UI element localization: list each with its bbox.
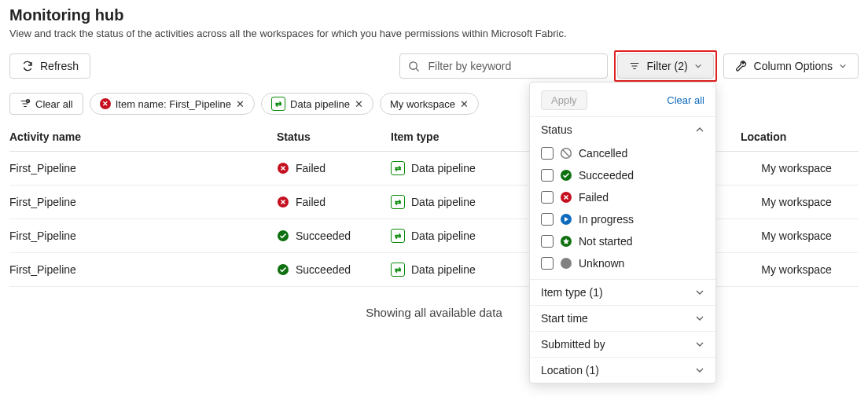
close-icon[interactable]: ✕ — [236, 98, 245, 110]
cell-location: My workspace — [741, 185, 859, 219]
clear-all-chip[interactable]: Clear all — [9, 93, 83, 115]
filter-option-label: Not started — [579, 235, 632, 248]
activities-table: Activity name Status Item type Start Loc… — [9, 123, 859, 287]
filter-option-label: Unknown — [579, 257, 624, 270]
filter-section-itemtype[interactable]: Item type (1) — [530, 280, 715, 305]
filter-section-starttime[interactable]: Start time — [530, 306, 715, 331]
unknown-icon — [560, 257, 572, 270]
cell-location: My workspace — [741, 219, 859, 253]
close-icon[interactable]: ✕ — [460, 98, 469, 110]
filter-section-status[interactable]: Status — [530, 117, 715, 142]
succeeded-icon — [277, 230, 289, 242]
cell-location: My workspace — [741, 152, 859, 185]
cell-itemtype: ⇄Data pipeline — [391, 229, 526, 243]
filter-option-label: In progress — [579, 213, 634, 226]
footer-message: Showing all available data — [9, 287, 859, 338]
filter-button[interactable]: Filter (2) — [617, 53, 713, 79]
checkbox[interactable] — [541, 191, 554, 204]
col-header-status[interactable]: Status — [277, 123, 391, 152]
filter-apply-button[interactable]: Apply — [541, 90, 587, 110]
failed-icon — [277, 196, 289, 208]
filter-option-inprogress[interactable]: In progress — [541, 208, 704, 230]
filter-option-unknown[interactable]: Unknown — [541, 252, 704, 274]
notstarted-icon — [560, 235, 572, 248]
filter-section-itemtype-title: Item type (1) — [541, 286, 603, 299]
data-pipeline-icon: ⇄ — [391, 229, 405, 243]
cell-activity: First_Pipeline — [9, 185, 277, 219]
filter-panel: Apply Clear all Status CancelledSucceede… — [529, 82, 716, 344]
refresh-icon — [21, 60, 34, 72]
clear-filter-icon — [20, 98, 31, 109]
data-pipeline-icon: ⇄ — [271, 97, 285, 111]
filter-chip[interactable]: My workspace✕ — [380, 93, 479, 115]
svg-point-0 — [410, 61, 417, 68]
succeeded-icon — [560, 169, 572, 182]
filter-option-cancelled[interactable]: Cancelled — [541, 142, 704, 164]
filter-option-label: Failed — [579, 191, 609, 204]
filter-section-status-title: Status — [541, 123, 572, 136]
cell-activity: First_Pipeline — [9, 253, 277, 287]
wrench-icon — [735, 60, 748, 72]
filter-clear-all-link[interactable]: Clear all — [667, 94, 704, 106]
table-row[interactable]: First_PipelineFailed⇄Data pipeline3:40 P… — [9, 152, 859, 185]
col-header-activity[interactable]: Activity name — [9, 123, 277, 152]
chevron-down-icon — [695, 314, 704, 323]
checkbox[interactable] — [541, 257, 554, 270]
failed-icon — [277, 162, 289, 174]
col-header-itemtype[interactable]: Item type — [391, 123, 532, 152]
close-icon[interactable]: ✕ — [355, 98, 363, 110]
checkbox[interactable] — [541, 147, 554, 160]
checkbox[interactable] — [541, 169, 554, 182]
cell-status: Failed — [277, 162, 384, 174]
search-icon — [408, 61, 420, 72]
search-input[interactable] — [426, 59, 599, 73]
cell-activity: First_Pipeline — [9, 152, 277, 185]
cell-activity: First_Pipeline — [9, 219, 277, 253]
chevron-down-icon — [839, 62, 847, 70]
cell-itemtype: ⇄Data pipeline — [391, 161, 526, 175]
filter-option-succeeded[interactable]: Succeeded — [541, 164, 704, 186]
page-title: Monitoring hub — [9, 6, 859, 24]
cell-location: My workspace — [741, 253, 859, 287]
cell-status: Failed — [277, 196, 384, 208]
chip-label: Item name: First_Pipeline — [116, 98, 231, 110]
chip-label: Data pipeline — [290, 98, 350, 110]
toolbar: Refresh Filter (2) Column Options — [9, 50, 859, 82]
data-pipeline-icon: ⇄ — [391, 263, 405, 277]
filter-label: Filter (2) — [646, 60, 687, 72]
x-red-icon: ✕ — [100, 98, 111, 109]
succeeded-icon — [277, 263, 289, 276]
refresh-label: Refresh — [40, 60, 79, 72]
col-header-location[interactable]: Location — [741, 123, 859, 152]
filter-option-label: Cancelled — [579, 147, 627, 160]
table-row[interactable]: First_PipelineSucceeded⇄Data pipeline3:4… — [9, 219, 859, 253]
checkbox[interactable] — [541, 213, 554, 226]
page-subtitle: View and track the status of the activit… — [9, 28, 859, 39]
chevron-down-icon — [695, 340, 704, 344]
table-header-row: Activity name Status Item type Start Loc… — [9, 123, 859, 152]
checkbox[interactable] — [541, 235, 554, 248]
table-row[interactable]: First_PipelineSucceeded⇄Data pipeline6:0… — [9, 253, 859, 287]
search-input-wrap[interactable] — [399, 53, 608, 79]
column-options-button[interactable]: Column Options — [723, 53, 859, 79]
filter-section-submittedby[interactable]: Submitted by — [530, 332, 715, 344]
filter-section-starttime-title: Start time — [541, 312, 588, 325]
filter-button-highlight: Filter (2) — [614, 50, 716, 82]
cancelled-icon — [560, 147, 572, 160]
refresh-button[interactable]: Refresh — [9, 53, 90, 79]
filter-section-submittedby-title: Submitted by — [541, 338, 605, 344]
chip-label: My workspace — [390, 98, 455, 110]
filter-chip[interactable]: ⇄Data pipeline✕ — [261, 93, 373, 115]
svg-point-11 — [561, 258, 572, 269]
chevron-up-icon — [695, 125, 704, 134]
filter-icon — [629, 61, 640, 72]
table-row[interactable]: First_PipelineFailed⇄Data pipeline4:15 P… — [9, 185, 859, 219]
filter-chips-row: Clear all ✕Item name: First_Pipeline✕⇄Da… — [9, 93, 859, 115]
data-pipeline-icon: ⇄ — [391, 195, 405, 209]
cell-status: Succeeded — [277, 263, 384, 276]
failed-icon — [560, 191, 572, 204]
filter-chip[interactable]: ✕Item name: First_Pipeline✕ — [90, 93, 255, 115]
filter-option-failed[interactable]: Failed — [541, 186, 704, 208]
inprogress-icon — [560, 213, 572, 226]
filter-option-notstarted[interactable]: Not started — [541, 230, 704, 252]
